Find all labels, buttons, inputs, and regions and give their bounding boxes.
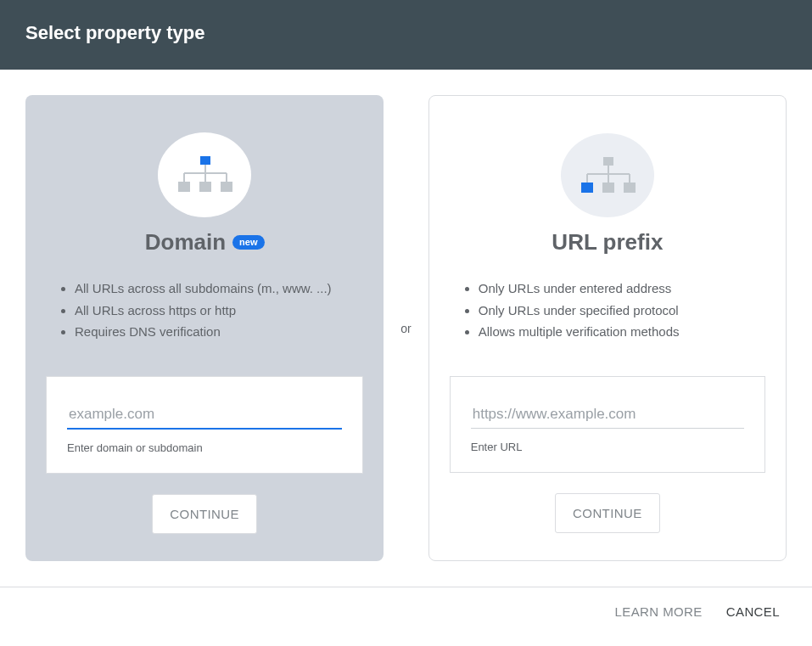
dialog-header: Select property type <box>0 0 812 70</box>
url-prefix-feature-item: Only URLs under specified protocol <box>479 300 757 322</box>
domain-icon-circle <box>158 132 251 217</box>
card-domain[interactable]: Domain new All URLs across all subdomain… <box>25 95 384 561</box>
url-prefix-continue-button[interactable]: CONTINUE <box>555 493 660 533</box>
url-prefix-input-box: Enter URL <box>450 376 765 473</box>
svg-rect-16 <box>602 183 614 193</box>
domain-feature-item: All URLs across all subdomains (m., www.… <box>75 278 355 300</box>
domain-input[interactable] <box>67 402 342 430</box>
url-prefix-feature-item: Allows multiple verification methods <box>479 321 757 343</box>
url-prefix-title: URL prefix <box>552 229 663 256</box>
domain-title-row: Domain new <box>145 229 265 256</box>
new-badge: new <box>232 235 264 250</box>
svg-rect-0 <box>200 156 210 165</box>
url-prefix-features: Only URLs under entered address Only URL… <box>450 278 765 354</box>
svg-rect-15 <box>581 183 593 193</box>
svg-rect-9 <box>603 157 613 166</box>
dialog-content: Domain new All URLs across all subdomain… <box>0 70 812 587</box>
domain-feature-item: Requires DNS verification <box>75 321 355 343</box>
cancel-button[interactable]: CANCEL <box>726 604 780 619</box>
sitemap-domain-icon <box>176 154 232 195</box>
url-prefix-feature-item: Only URLs under entered address <box>479 278 757 300</box>
domain-title: Domain <box>145 229 226 256</box>
url-prefix-input[interactable] <box>471 402 744 429</box>
dialog-footer: LEARN MORE CANCEL <box>0 587 812 638</box>
url-prefix-icon-circle <box>561 133 654 217</box>
domain-input-helper: Enter domain or subdomain <box>67 441 342 454</box>
learn-more-button[interactable]: LEARN MORE <box>615 604 703 619</box>
domain-continue-button[interactable]: CONTINUE <box>152 494 257 534</box>
or-separator: or <box>400 322 411 335</box>
sitemap-url-prefix-icon <box>580 155 636 196</box>
domain-input-box: Enter domain or subdomain <box>46 376 363 474</box>
dialog-title: Select property type <box>25 22 787 44</box>
url-prefix-title-row: URL prefix <box>552 229 663 256</box>
svg-rect-7 <box>199 182 211 192</box>
card-url-prefix[interactable]: URL prefix Only URLs under entered addre… <box>428 95 787 561</box>
svg-rect-6 <box>178 182 190 192</box>
svg-rect-8 <box>221 182 232 192</box>
domain-feature-item: All URLs across https or http <box>75 300 355 322</box>
svg-rect-17 <box>624 183 636 193</box>
url-prefix-input-helper: Enter URL <box>471 441 744 453</box>
domain-features: All URLs across all subdomains (m., www.… <box>46 278 363 354</box>
